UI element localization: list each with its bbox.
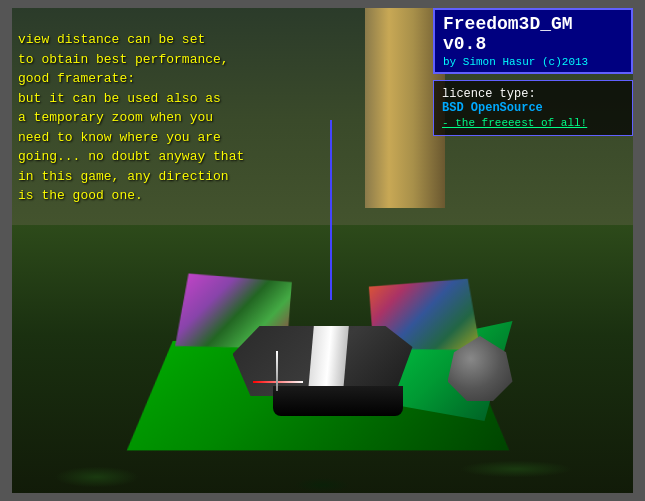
overlay-text: view distance can be setto obtain best p… [18, 30, 244, 206]
right-border [633, 0, 645, 501]
axis-horizontal [253, 381, 303, 383]
title-box: Freedom3D_GM v0.8 by Simon Hasur (c)2013 [433, 8, 633, 74]
bottom-border [0, 493, 645, 501]
3d-scene [113, 191, 533, 451]
license-box: licence type: BSD OpenSource - the freee… [433, 80, 633, 136]
app-title: Freedom3D_GM v0.8 [443, 14, 623, 54]
axis-vertical [276, 351, 278, 391]
license-description: - the freeeest of all! [442, 117, 624, 129]
top-border [0, 0, 645, 8]
vehicle-undercarriage [273, 386, 403, 416]
game-container: Freedom3D_GM v0.8 by Simon Hasur (c)2013… [0, 0, 645, 501]
left-border [0, 0, 12, 501]
license-type: BSD OpenSource [442, 101, 624, 115]
vehicle-white-panel [308, 326, 349, 391]
license-label: licence type: [442, 87, 624, 101]
app-author: by Simon Hasur (c)2013 [443, 56, 623, 68]
